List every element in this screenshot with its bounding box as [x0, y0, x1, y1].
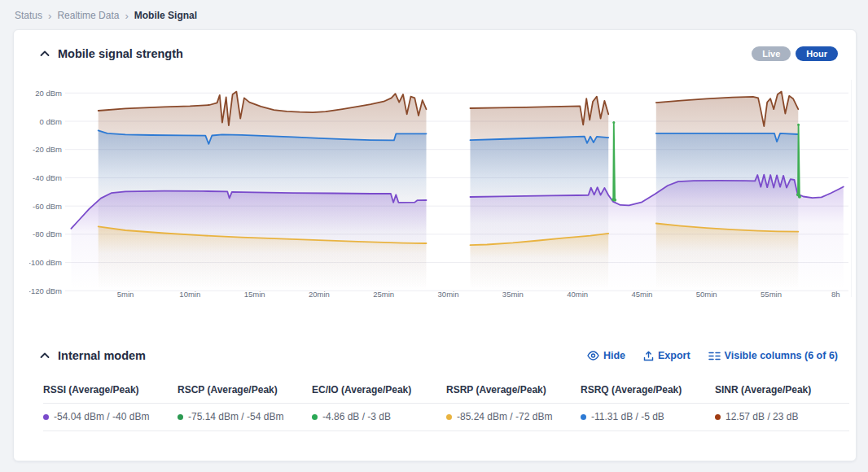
content-card: Mobile signal strength LiveHour 20 dBm0 … [13, 29, 857, 461]
svg-text:-40 dBm: -40 dBm [33, 173, 62, 182]
svg-text:0 dBm: 0 dBm [40, 117, 63, 126]
svg-text:20 dBm: 20 dBm [35, 89, 62, 98]
mobile-signal-page: Status›Realtime Data›Mobile Signal Mobil… [0, 0, 868, 472]
series-dot-icon [312, 414, 318, 420]
column-header: RSCP (Average/Peak) [178, 378, 312, 403]
metric-value-cell: -54.04 dBm / -40 dBm [43, 404, 178, 430]
metric-value: 12.57 dB / 23 dB [726, 411, 798, 422]
svg-text:35min: 35min [502, 290, 524, 299]
svg-text:55min: 55min [761, 290, 782, 299]
visible-columns-button[interactable]: Visible columns (6 of 6) [708, 350, 838, 361]
series-dot-icon [715, 414, 721, 420]
mobile-signal-chart: 20 dBm0 dBm-20 dBm-40 dBm-60 dBm-80 dBm-… [29, 76, 852, 312]
breadcrumb-item-mobile-signal: Mobile Signal [134, 10, 197, 21]
time-range-toggle: LiveHour [752, 46, 838, 61]
svg-text:20min: 20min [309, 290, 330, 299]
svg-text:-60 dBm: -60 dBm [33, 202, 62, 211]
svg-text:50min: 50min [696, 290, 717, 299]
metric-value: -11.31 dB / -5 dB [591, 411, 664, 422]
eye-icon [587, 351, 599, 361]
series-dot-icon [178, 414, 183, 420]
svg-text:25min: 25min [373, 290, 394, 299]
toggle-live[interactable]: Live [752, 46, 791, 61]
breadcrumb-item-status[interactable]: Status [15, 10, 42, 21]
svg-text:-20 dBm: -20 dBm [33, 145, 62, 154]
signal-section-title: Mobile signal strength [58, 47, 183, 60]
metric-value: -75.14 dBm / -54 dBm [188, 411, 283, 422]
modem-actions: Hide Export Visible columns (6 of 6) [587, 350, 838, 361]
series-dot-icon [43, 414, 49, 420]
signal-section-header: Mobile signal strength LiveHour [39, 46, 838, 61]
metric-value-cell: -4.86 dB / -3 dB [312, 404, 446, 430]
svg-text:45min: 45min [631, 290, 652, 299]
series-dot-icon [581, 414, 586, 420]
breadcrumb-item-realtime-data[interactable]: Realtime Data [57, 10, 119, 21]
svg-text:-120 dBm: -120 dBm [29, 286, 62, 295]
series-dot-icon [446, 414, 452, 420]
metric-value-cell: 12.57 dB / 23 dB [715, 404, 849, 430]
export-button[interactable]: Export [643, 350, 690, 361]
modem-section-header: Internal modem Hide Export Visible colum… [39, 349, 838, 362]
metric-value: -85.24 dBm / -72 dBm [457, 411, 552, 422]
metric-value: -54.04 dBm / -40 dBm [54, 411, 149, 422]
breadcrumb: Status›Realtime Data›Mobile Signal [15, 10, 197, 21]
breadcrumb-separator-icon: › [125, 11, 128, 21]
svg-text:-100 dBm: -100 dBm [29, 258, 62, 267]
breadcrumb-separator-icon: › [48, 11, 51, 21]
modem-table: RSSI (Average/Peak)RSCP (Average/Peak)EC… [43, 378, 849, 431]
svg-text:30min: 30min [438, 290, 459, 299]
columns-icon [708, 352, 721, 361]
collapse-modem-icon[interactable] [39, 350, 50, 361]
column-header: RSRQ (Average/Peak) [581, 378, 715, 403]
svg-text:-80 dBm: -80 dBm [33, 229, 62, 238]
modem-section-title: Internal modem [58, 349, 146, 362]
svg-text:15min: 15min [244, 290, 265, 299]
svg-text:5min: 5min [117, 290, 134, 299]
export-icon [643, 351, 654, 361]
modem-table-value-row: -54.04 dBm / -40 dBm-75.14 dBm / -54 dBm… [43, 404, 849, 431]
metric-value-cell: -85.24 dBm / -72 dBm [446, 404, 581, 430]
svg-text:40min: 40min [567, 290, 588, 299]
metric-value-cell: -75.14 dBm / -54 dBm [178, 404, 312, 430]
metric-value: -4.86 dB / -3 dB [322, 411, 391, 422]
modem-table-header-row: RSSI (Average/Peak)RSCP (Average/Peak)EC… [43, 378, 849, 404]
column-header: EC/IO (Average/Peak) [312, 378, 446, 403]
metric-value-cell: -11.31 dB / -5 dB [581, 404, 715, 430]
hide-button[interactable]: Hide [587, 350, 625, 361]
svg-text:8h: 8h [831, 290, 840, 299]
svg-text:10min: 10min [179, 290, 200, 299]
toggle-hour[interactable]: Hour [796, 46, 838, 61]
column-header: RSSI (Average/Peak) [43, 378, 178, 403]
collapse-signal-icon[interactable] [39, 48, 50, 59]
column-header: RSRP (Average/Peak) [446, 378, 581, 403]
column-header: SINR (Average/Peak) [715, 378, 849, 403]
